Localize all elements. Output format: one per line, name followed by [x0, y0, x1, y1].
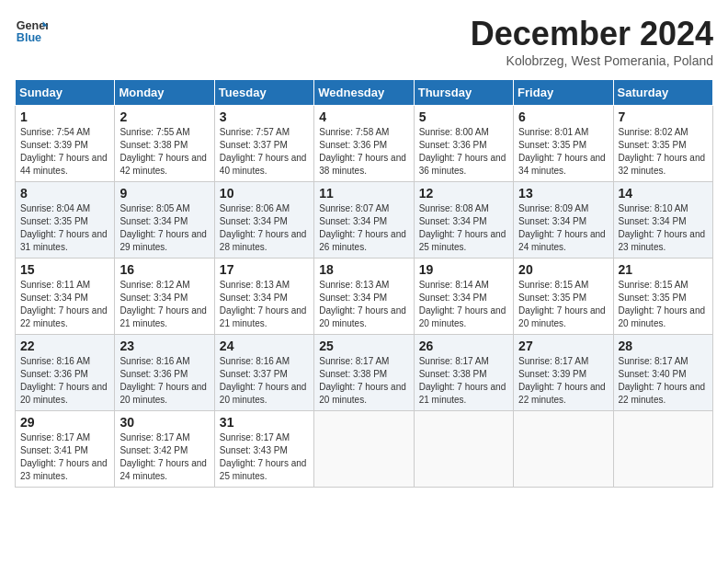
day-number: 26 [419, 339, 508, 353]
calendar-cell: 1 Sunrise: 7:54 AM Sunset: 3:39 PM Dayli… [16, 106, 115, 182]
calendar-cell [414, 411, 513, 488]
day-info: Sunrise: 8:07 AM Sunset: 3:34 PM Dayligh… [319, 202, 408, 254]
day-number: 17 [220, 262, 309, 277]
calendar-cell: 30 Sunrise: 8:17 AM Sunset: 3:42 PM Dayl… [115, 411, 214, 488]
day-info: Sunrise: 8:11 AM Sunset: 3:34 PM Dayligh… [20, 279, 109, 330]
calendar-cell: 23 Sunrise: 8:16 AM Sunset: 3:36 PM Dayl… [115, 335, 214, 411]
day-number: 23 [119, 339, 209, 353]
calendar-cell: 26 Sunrise: 8:17 AM Sunset: 3:38 PM Dayl… [414, 335, 513, 411]
calendar-cell: 24 Sunrise: 8:16 AM Sunset: 3:37 PM Dayl… [214, 335, 313, 411]
day-number: 20 [518, 262, 608, 277]
day-info: Sunrise: 8:13 AM Sunset: 3:34 PM Dayligh… [220, 279, 309, 330]
day-number: 9 [119, 186, 209, 201]
day-number: 2 [119, 109, 209, 124]
day-number: 3 [220, 109, 309, 124]
calendar-week-row: 8 Sunrise: 8:04 AM Sunset: 3:35 PM Dayli… [16, 182, 713, 259]
day-info: Sunrise: 8:17 AM Sunset: 3:42 PM Dayligh… [119, 431, 209, 483]
col-header-thursday: Thursday [414, 80, 513, 106]
day-info: Sunrise: 8:15 AM Sunset: 3:35 PM Dayligh… [619, 279, 708, 330]
calendar-cell: 7 Sunrise: 8:02 AM Sunset: 3:35 PM Dayli… [613, 106, 712, 182]
calendar-cell: 17 Sunrise: 8:13 AM Sunset: 3:34 PM Dayl… [214, 259, 313, 335]
day-number: 30 [119, 415, 209, 430]
col-header-wednesday: Wednesday [314, 80, 414, 106]
day-number: 31 [220, 415, 309, 430]
day-info: Sunrise: 7:55 AM Sunset: 3:38 PM Dayligh… [119, 126, 209, 178]
day-info: Sunrise: 8:10 AM Sunset: 3:34 PM Dayligh… [619, 202, 708, 254]
day-info: Sunrise: 8:09 AM Sunset: 3:34 PM Dayligh… [518, 202, 608, 254]
calendar-cell [514, 411, 613, 488]
svg-text:Blue: Blue [17, 31, 41, 44]
day-info: Sunrise: 8:13 AM Sunset: 3:34 PM Dayligh… [319, 279, 408, 330]
day-info: Sunrise: 8:17 AM Sunset: 3:41 PM Dayligh… [20, 431, 109, 483]
calendar-cell: 4 Sunrise: 7:58 AM Sunset: 3:36 PM Dayli… [314, 106, 414, 182]
day-info: Sunrise: 8:16 AM Sunset: 3:36 PM Dayligh… [119, 355, 209, 407]
day-info: Sunrise: 8:00 AM Sunset: 3:36 PM Dayligh… [419, 126, 508, 178]
day-number: 24 [220, 339, 309, 353]
page-header: General Blue December 2024 Kolobrzeg, We… [15, 15, 713, 68]
calendar-cell: 9 Sunrise: 8:05 AM Sunset: 3:34 PM Dayli… [115, 182, 214, 259]
day-info: Sunrise: 8:17 AM Sunset: 3:43 PM Dayligh… [220, 431, 309, 483]
calendar-week-row: 22 Sunrise: 8:16 AM Sunset: 3:36 PM Dayl… [16, 335, 713, 411]
day-info: Sunrise: 8:05 AM Sunset: 3:34 PM Dayligh… [119, 202, 209, 254]
day-info: Sunrise: 8:02 AM Sunset: 3:35 PM Dayligh… [619, 126, 708, 178]
day-number: 13 [518, 186, 608, 201]
calendar-week-row: 29 Sunrise: 8:17 AM Sunset: 3:41 PM Dayl… [16, 411, 713, 488]
day-number: 21 [619, 262, 708, 277]
calendar-table: SundayMondayTuesdayWednesdayThursdayFrid… [15, 79, 713, 488]
calendar-cell: 5 Sunrise: 8:00 AM Sunset: 3:36 PM Dayli… [414, 106, 513, 182]
calendar-header-row: SundayMondayTuesdayWednesdayThursdayFrid… [16, 80, 713, 106]
day-number: 28 [619, 339, 708, 353]
calendar-cell: 13 Sunrise: 8:09 AM Sunset: 3:34 PM Dayl… [514, 182, 613, 259]
day-number: 29 [20, 415, 109, 430]
day-number: 1 [20, 109, 109, 124]
col-header-monday: Monday [115, 80, 214, 106]
calendar-cell: 10 Sunrise: 8:06 AM Sunset: 3:34 PM Dayl… [214, 182, 313, 259]
calendar-cell: 3 Sunrise: 7:57 AM Sunset: 3:37 PM Dayli… [214, 106, 313, 182]
calendar-cell [613, 411, 712, 488]
day-number: 15 [20, 262, 109, 277]
calendar-cell: 29 Sunrise: 8:17 AM Sunset: 3:41 PM Dayl… [16, 411, 115, 488]
day-number: 16 [119, 262, 209, 277]
day-info: Sunrise: 8:17 AM Sunset: 3:39 PM Dayligh… [518, 355, 608, 407]
col-header-sunday: Sunday [16, 80, 115, 106]
calendar-cell: 2 Sunrise: 7:55 AM Sunset: 3:38 PM Dayli… [115, 106, 214, 182]
day-info: Sunrise: 8:14 AM Sunset: 3:34 PM Dayligh… [419, 279, 508, 330]
day-number: 14 [619, 186, 708, 201]
day-info: Sunrise: 8:08 AM Sunset: 3:34 PM Dayligh… [419, 202, 508, 254]
location-subtitle: Kolobrzeg, West Pomerania, Poland [471, 53, 713, 68]
month-title: December 2024 [471, 15, 713, 53]
calendar-week-row: 15 Sunrise: 8:11 AM Sunset: 3:34 PM Dayl… [16, 259, 713, 335]
day-info: Sunrise: 7:58 AM Sunset: 3:36 PM Dayligh… [319, 126, 408, 178]
title-block: December 2024 Kolobrzeg, West Pomerania,… [471, 15, 713, 68]
logo: General Blue [15, 15, 48, 48]
col-header-saturday: Saturday [613, 80, 712, 106]
logo-icon: General Blue [15, 15, 48, 48]
day-number: 4 [319, 109, 408, 124]
col-header-tuesday: Tuesday [214, 80, 313, 106]
calendar-cell: 21 Sunrise: 8:15 AM Sunset: 3:35 PM Dayl… [613, 259, 712, 335]
day-info: Sunrise: 8:17 AM Sunset: 3:38 PM Dayligh… [319, 355, 408, 407]
calendar-cell: 27 Sunrise: 8:17 AM Sunset: 3:39 PM Dayl… [514, 335, 613, 411]
calendar-cell: 8 Sunrise: 8:04 AM Sunset: 3:35 PM Dayli… [16, 182, 115, 259]
day-info: Sunrise: 8:12 AM Sunset: 3:34 PM Dayligh… [119, 279, 209, 330]
calendar-cell: 28 Sunrise: 8:17 AM Sunset: 3:40 PM Dayl… [613, 335, 712, 411]
calendar-cell: 20 Sunrise: 8:15 AM Sunset: 3:35 PM Dayl… [514, 259, 613, 335]
day-number: 18 [319, 262, 408, 277]
day-number: 27 [518, 339, 608, 353]
day-number: 11 [319, 186, 408, 201]
calendar-cell: 31 Sunrise: 8:17 AM Sunset: 3:43 PM Dayl… [214, 411, 313, 488]
day-number: 12 [419, 186, 508, 201]
calendar-cell: 22 Sunrise: 8:16 AM Sunset: 3:36 PM Dayl… [16, 335, 115, 411]
day-info: Sunrise: 8:15 AM Sunset: 3:35 PM Dayligh… [518, 279, 608, 330]
calendar-cell: 16 Sunrise: 8:12 AM Sunset: 3:34 PM Dayl… [115, 259, 214, 335]
calendar-cell [314, 411, 414, 488]
day-number: 6 [518, 109, 608, 124]
day-number: 19 [419, 262, 508, 277]
day-info: Sunrise: 7:54 AM Sunset: 3:39 PM Dayligh… [20, 126, 109, 178]
calendar-cell: 14 Sunrise: 8:10 AM Sunset: 3:34 PM Dayl… [613, 182, 712, 259]
day-info: Sunrise: 8:04 AM Sunset: 3:35 PM Dayligh… [20, 202, 109, 254]
day-info: Sunrise: 8:16 AM Sunset: 3:37 PM Dayligh… [220, 355, 309, 407]
calendar-cell: 12 Sunrise: 8:08 AM Sunset: 3:34 PM Dayl… [414, 182, 513, 259]
day-number: 7 [619, 109, 708, 124]
calendar-cell: 6 Sunrise: 8:01 AM Sunset: 3:35 PM Dayli… [514, 106, 613, 182]
